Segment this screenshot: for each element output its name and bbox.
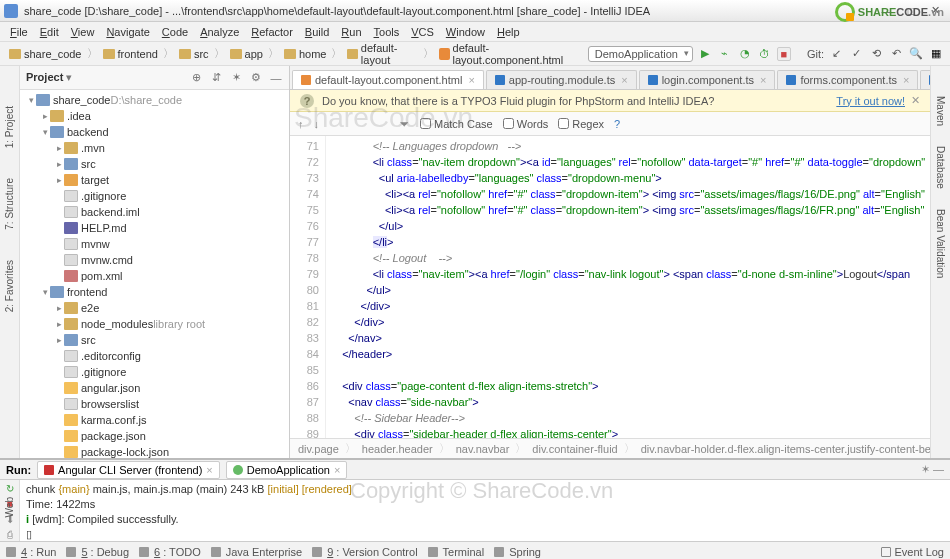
tool-window-button[interactable]: 4: Run: [6, 546, 56, 558]
tree-row[interactable]: e2e: [20, 300, 289, 316]
structure-crumb[interactable]: div.navbar-holder.d-flex.align-items-cen…: [641, 443, 930, 455]
tree-row[interactable]: package.json: [20, 428, 289, 444]
close-tab-icon[interactable]: ×: [621, 74, 627, 86]
tool-window-button[interactable]: Spring: [494, 546, 541, 558]
debug-icon[interactable]: ⌁: [717, 46, 733, 62]
menu-code[interactable]: Code: [156, 24, 194, 40]
tree-row[interactable]: mvnw: [20, 236, 289, 252]
bean-validation-tab[interactable]: Bean Validation: [935, 209, 946, 278]
menu-help[interactable]: Help: [491, 24, 526, 40]
expand-all-icon[interactable]: ⇵: [209, 71, 223, 85]
run-tab-angular[interactable]: Angular CLI Server (frontend)×: [37, 461, 220, 479]
run-icon[interactable]: ▶: [697, 46, 713, 62]
editor-tab[interactable]: default-layout.component.html×: [292, 70, 484, 89]
git-revert-icon[interactable]: ↶: [888, 46, 904, 62]
git-commit-icon[interactable]: ✓: [848, 46, 864, 62]
breadcrumb-item[interactable]: default-layout: [344, 41, 421, 67]
menu-build[interactable]: Build: [299, 24, 335, 40]
tree-row[interactable]: target: [20, 172, 289, 188]
regex-help-icon[interactable]: ?: [614, 118, 620, 130]
menu-view[interactable]: View: [65, 24, 101, 40]
tree-row[interactable]: node_modules library root: [20, 316, 289, 332]
stop-icon[interactable]: ■: [777, 47, 791, 61]
run-config-select[interactable]: DemoApplication: [588, 46, 693, 62]
editor-tab[interactable]: tables.component.ts×: [920, 70, 930, 89]
select-opened-icon[interactable]: ⊕: [189, 71, 203, 85]
tree-row[interactable]: src: [20, 156, 289, 172]
project-tool-tab[interactable]: 1: Project: [4, 106, 15, 148]
menu-vcs[interactable]: VCS: [405, 24, 440, 40]
run-tab-demo[interactable]: DemoApplication×: [226, 461, 348, 479]
structure-crumb[interactable]: div.page: [298, 443, 339, 455]
tree-row[interactable]: .editorconfig: [20, 348, 289, 364]
coverage-icon[interactable]: ◔: [737, 46, 753, 62]
favorites-tool-tab[interactable]: 2: Favorites: [4, 260, 15, 312]
breadcrumb-item[interactable]: share_code: [6, 47, 85, 61]
tree-row[interactable]: karma.conf.js: [20, 412, 289, 428]
rerun-icon[interactable]: ↻: [3, 482, 17, 495]
close-tab-icon[interactable]: ×: [903, 74, 909, 86]
search-icon[interactable]: 🔍: [908, 46, 924, 62]
tree-row[interactable]: pom.xml: [20, 268, 289, 284]
tool-window-button[interactable]: 6: TODO: [139, 546, 201, 558]
menu-navigate[interactable]: Navigate: [100, 24, 155, 40]
tree-row[interactable]: backend.iml: [20, 204, 289, 220]
tip-close-icon[interactable]: ✕: [911, 94, 920, 107]
tree-row[interactable]: .mvn: [20, 140, 289, 156]
tool-window-button[interactable]: Terminal: [428, 546, 485, 558]
settings-gear-icon[interactable]: ⚙: [249, 71, 263, 85]
close-tab-icon[interactable]: ×: [468, 74, 474, 86]
menu-tools[interactable]: Tools: [368, 24, 406, 40]
editor-tab[interactable]: forms.component.ts×: [777, 70, 918, 89]
git-history-icon[interactable]: ⟲: [868, 46, 884, 62]
tree-row[interactable]: HELP.md: [20, 220, 289, 236]
database-tool-tab[interactable]: Database: [935, 146, 946, 189]
tree-row[interactable]: .idea: [20, 108, 289, 124]
close-tab-icon[interactable]: ×: [760, 74, 766, 86]
find-next-icon[interactable]: ↓: [314, 118, 320, 130]
tree-row[interactable]: browserslist: [20, 396, 289, 412]
words-check[interactable]: Words: [503, 118, 549, 130]
tool-window-button[interactable]: Java Enterprise: [211, 546, 302, 558]
tree-row[interactable]: .gitignore: [20, 364, 289, 380]
tree-row[interactable]: angular.json: [20, 380, 289, 396]
editor-tab[interactable]: app-routing.module.ts×: [486, 70, 637, 89]
structure-crumb[interactable]: header.header: [362, 443, 433, 455]
tree-row[interactable]: frontend: [20, 284, 289, 300]
project-tree[interactable]: share_code D:\share_code.ideabackend.mvn…: [20, 90, 289, 458]
menu-analyze[interactable]: Analyze: [194, 24, 245, 40]
find-options-icon[interactable]: ⏷: [399, 118, 410, 130]
menu-run[interactable]: Run: [335, 24, 367, 40]
code-content[interactable]: <!-- Languages dropdown --> <li class="n…: [326, 136, 930, 438]
structure-crumb[interactable]: div.container-fluid: [532, 443, 617, 455]
menu-file[interactable]: File: [4, 24, 34, 40]
git-update-icon[interactable]: ↙: [828, 46, 844, 62]
project-view-select[interactable]: Project: [26, 71, 72, 84]
breadcrumb-item[interactable]: app: [227, 47, 266, 61]
ide-settings-icon[interactable]: ▦: [928, 46, 944, 62]
collapse-icon[interactable]: ✶: [229, 71, 243, 85]
tree-row[interactable]: backend: [20, 124, 289, 140]
tool-window-button[interactable]: 9: Version Control: [312, 546, 417, 558]
tool-window-button[interactable]: 5: Debug: [66, 546, 129, 558]
structure-breadcrumb[interactable]: div.page 〉 header.header 〉 nav.navbar 〉 …: [290, 438, 930, 458]
menu-window[interactable]: Window: [440, 24, 491, 40]
breadcrumb-item[interactable]: src: [176, 47, 212, 61]
tip-link[interactable]: Try it out now!: [836, 95, 905, 107]
tree-row[interactable]: .gitignore: [20, 188, 289, 204]
profile-icon[interactable]: ⏱: [757, 46, 773, 62]
regex-check[interactable]: Regex: [558, 118, 604, 130]
tree-row[interactable]: mvnw.cmd: [20, 252, 289, 268]
menu-edit[interactable]: Edit: [34, 24, 65, 40]
maven-tool-tab[interactable]: Maven: [935, 96, 946, 126]
match-case-check[interactable]: Match Case: [420, 118, 493, 130]
run-print-icon[interactable]: ⎙: [3, 528, 17, 541]
menu-refactor[interactable]: Refactor: [245, 24, 299, 40]
tree-row[interactable]: share_code D:\share_code: [20, 92, 289, 108]
find-prev-icon[interactable]: ↑: [298, 118, 304, 130]
tree-row[interactable]: package-lock.json: [20, 444, 289, 458]
event-log-button[interactable]: Event Log: [881, 546, 944, 558]
hide-panel-icon[interactable]: —: [269, 71, 283, 85]
editor-tab[interactable]: login.component.ts×: [639, 70, 776, 89]
breadcrumb-item[interactable]: default-layout.component.html: [436, 41, 584, 67]
